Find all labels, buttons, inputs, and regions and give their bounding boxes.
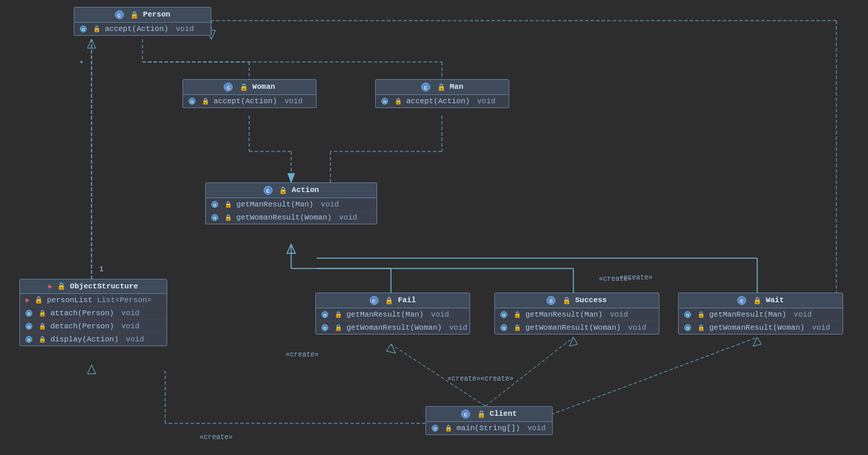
- fail-method-lock1: 🔒: [335, 312, 342, 319]
- success-method-1: m 🔒 getManResult(Man) void: [495, 308, 659, 321]
- svg-marker-26: [386, 344, 396, 353]
- wait-method-ret2: void: [812, 324, 829, 332]
- svg-marker-34: [87, 365, 96, 374]
- svg-marker-30: [753, 337, 761, 346]
- method-icon: m: [25, 323, 32, 330]
- create-label-5: «create»: [200, 434, 233, 441]
- person-class-icon: C: [115, 10, 124, 19]
- os-method-ret3: void: [126, 335, 144, 343]
- objectstructure-field-1: ▶ 🔒 personList List<Person>: [20, 294, 167, 307]
- success-lock-icon: 🔒: [562, 297, 571, 305]
- wait-class: C 🔒 Wait m 🔒 getManResult(Man) void m 🔒 …: [678, 293, 843, 335]
- fail-title: Fail: [398, 296, 416, 304]
- action-title: Action: [292, 186, 319, 194]
- os-method-lock1: 🔒: [39, 310, 46, 317]
- man-class: C 🔒 Man m 🔒 accept(Action) void: [375, 79, 509, 108]
- wait-method-ret1: void: [794, 310, 812, 319]
- fail-method-ret2: void: [449, 324, 467, 332]
- os-method-name2: detach(Person): [50, 322, 114, 330]
- objectstructure-tag-icon: ▶: [48, 283, 52, 290]
- success-method-2: m 🔒 getWomanResult(Woman) void: [495, 321, 659, 334]
- method-icon: m: [500, 311, 507, 318]
- client-lock-icon: 🔒: [477, 411, 485, 419]
- method-icon: m: [321, 324, 328, 331]
- action-method-2: m 🔒 getWomanResult(Woman) void: [206, 211, 377, 224]
- action-method-name1: getManResult(Man): [236, 200, 313, 209]
- success-class-icon: C: [547, 296, 555, 305]
- client-method-1: m 🔒 main(String[]) void: [426, 422, 552, 434]
- wait-title: Wait: [765, 296, 783, 304]
- client-header: C 🔒 Client: [426, 407, 552, 422]
- man-title: Man: [449, 83, 463, 91]
- method-icon: m: [189, 98, 195, 105]
- objectstructure-method-3: m 🔒 display(Action) void: [20, 333, 167, 346]
- action-method-ret2: void: [339, 213, 357, 222]
- method-icon: m: [684, 324, 691, 331]
- woman-header: C 🔒 Woman: [183, 80, 316, 95]
- man-method-name: accept(Action): [406, 97, 469, 105]
- svg-marker-10: [288, 173, 295, 182]
- os-method-lock2: 🔒: [39, 324, 46, 330]
- man-class-icon: C: [421, 83, 430, 92]
- wait-method-name2: getWomanResult(Woman): [709, 324, 805, 332]
- person-lock-icon: 🔒: [130, 12, 138, 19]
- method-icon: m: [211, 201, 218, 208]
- objectstructure-field-type: List<Person>: [97, 296, 151, 304]
- fail-method-2: m 🔒 getWomanResult(Woman) void: [316, 321, 469, 334]
- action-class: C 🔒 Action m 🔒 getManResult(Man) void m …: [205, 182, 377, 224]
- action-method-lock2: 🔒: [224, 215, 232, 222]
- fail-header: C 🔒 Fail: [316, 293, 469, 308]
- svg-line-27: [485, 337, 573, 406]
- wait-method-lock2: 🔒: [697, 325, 705, 332]
- method-icon: m: [80, 25, 87, 32]
- fail-method-ret1: void: [431, 310, 449, 319]
- wait-header: C 🔒 Wait: [679, 293, 843, 308]
- action-method-lock1: 🔒: [224, 202, 232, 209]
- success-method-lock1: 🔒: [514, 312, 521, 319]
- fail-method-name2: getWomanResult(Woman): [346, 324, 442, 332]
- woman-class-icon: C: [224, 83, 233, 92]
- multiplicity-star: *: [79, 60, 84, 68]
- success-title: Success: [575, 296, 607, 304]
- fail-method-lock2: 🔒: [335, 325, 342, 332]
- success-method-ret1: void: [610, 310, 628, 319]
- objectstructure-field-name: personList: [47, 296, 92, 304]
- client-title: Client: [489, 410, 517, 418]
- method-icon: m: [25, 336, 32, 343]
- svg-marker-17: [287, 244, 295, 253]
- woman-class: C 🔒 Woman m 🔒 accept(Action) void: [182, 79, 317, 108]
- method-icon: m: [381, 98, 388, 105]
- success-method-lock2: 🔒: [514, 325, 521, 332]
- action-method-name2: getWomanResult(Woman): [236, 213, 332, 222]
- wait-class-icon: C: [737, 296, 746, 305]
- field-lock-icon: 🔒: [34, 297, 43, 304]
- method-icon: m: [321, 311, 328, 318]
- woman-title: Woman: [253, 83, 275, 91]
- multiplicity-one: 1: [99, 265, 104, 273]
- person-header: C 🔒 Person: [74, 8, 211, 23]
- client-method-name: main(String[]): [456, 424, 520, 432]
- man-header: C 🔒 Man: [376, 80, 509, 95]
- wait-lock-icon: 🔒: [753, 297, 761, 305]
- person-method-ret: void: [176, 25, 193, 33]
- fail-class-icon: C: [370, 296, 379, 305]
- action-method-1: m 🔒 getManResult(Man) void: [206, 198, 377, 211]
- method-icon: m: [500, 324, 507, 331]
- wait-method-name1: getManResult(Man): [709, 310, 786, 319]
- wait-method-2: m 🔒 getWomanResult(Woman) void: [679, 321, 843, 334]
- fail-method-name1: getManResult(Man): [346, 310, 423, 319]
- create-label-3: «create»«create»: [447, 375, 514, 383]
- arrows-layer: [0, 0, 868, 455]
- woman-lock-icon: 🔒: [240, 84, 248, 92]
- woman-method-ret: void: [284, 97, 302, 105]
- os-method-ret1: void: [121, 309, 139, 317]
- method-icon: m: [432, 425, 438, 432]
- fail-method-1: m 🔒 getManResult(Man) void: [316, 308, 469, 321]
- diagram-canvas: «create» «create» «create»«create» «crea…: [0, 0, 868, 455]
- svg-marker-28: [569, 337, 578, 346]
- action-method-ret1: void: [321, 200, 339, 209]
- person-method-lock: 🔒: [93, 26, 100, 33]
- os-method-lock3: 🔒: [39, 337, 46, 343]
- svg-line-29: [546, 337, 757, 416]
- svg-marker-24: [87, 39, 96, 48]
